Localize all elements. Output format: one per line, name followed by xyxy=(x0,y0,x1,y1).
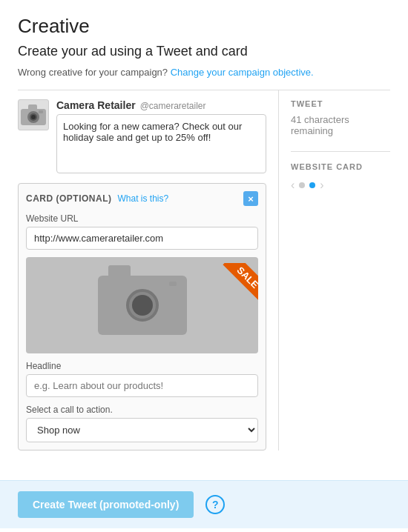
chars-remaining: 41 characters remaining xyxy=(291,114,390,136)
camera-shutter-icon xyxy=(169,282,177,286)
camera-lens-icon xyxy=(126,289,159,322)
headline-input[interactable] xyxy=(26,374,258,397)
wrong-creative-text: Wrong creative for your campaign? xyxy=(18,67,168,78)
card-next-arrow[interactable]: › xyxy=(320,179,323,192)
what-is-this-link[interactable]: What is this? xyxy=(118,193,169,204)
website-card-section: WEBSITE CARD ‹ › xyxy=(291,151,390,192)
website-card-label: WEBSITE CARD xyxy=(291,162,390,171)
tweet-panel-label: TWEET xyxy=(291,99,390,108)
svg-rect-5 xyxy=(39,110,43,113)
headline-label: Headline xyxy=(26,361,258,371)
card-section: CARD (optional) What is this? × Website … xyxy=(18,183,266,450)
change-objective-link[interactable]: Change your campaign objective. xyxy=(171,67,314,78)
tweet-box: Camera Retailer @cameraretailer xyxy=(18,99,266,176)
card-image-preview: SALE xyxy=(26,257,258,353)
help-icon[interactable]: ? xyxy=(205,495,225,514)
left-panel: Camera Retailer @cameraretailer CARD (op… xyxy=(18,90,279,450)
card-nav: ‹ › xyxy=(291,179,390,192)
cta-select[interactable]: Shop now Learn more Sign up Download Boo… xyxy=(26,418,258,442)
tweet-author-handle: @cameraretailer xyxy=(140,101,206,111)
svg-rect-1 xyxy=(28,104,37,110)
avatar xyxy=(18,99,49,130)
tweet-body: Camera Retailer @cameraretailer xyxy=(56,99,266,176)
tweet-text-input[interactable] xyxy=(56,114,266,173)
page-title: Creative xyxy=(18,15,390,38)
card-dot-2[interactable] xyxy=(309,182,315,188)
camera-lens-inner-icon xyxy=(132,295,153,316)
avatar-camera-icon xyxy=(21,104,46,125)
wrong-creative-row: Wrong creative for your campaign? Change… xyxy=(18,67,390,78)
card-dot-1[interactable] xyxy=(299,182,305,188)
svg-point-4 xyxy=(31,115,36,119)
page-container: Creative Create your ad using a Tweet an… xyxy=(0,0,408,465)
camera-top-icon xyxy=(108,265,131,276)
main-content: Camera Retailer @cameraretailer CARD (op… xyxy=(18,90,390,450)
card-label: CARD (optional) xyxy=(26,193,112,204)
tweet-author-name: Camera Retailer xyxy=(56,99,136,111)
website-url-input[interactable] xyxy=(26,227,258,250)
website-url-label: Website URL xyxy=(26,213,258,224)
sale-ribbon: SALE xyxy=(217,263,258,307)
sale-ribbon-text: SALE xyxy=(223,263,258,302)
card-header: CARD (optional) What is this? × xyxy=(26,191,258,206)
camera-body-icon xyxy=(98,276,187,335)
card-prev-arrow[interactable]: ‹ xyxy=(291,179,295,192)
tweet-author-line: Camera Retailer @cameraretailer xyxy=(56,99,266,111)
card-close-button[interactable]: × xyxy=(243,191,258,206)
page-subtitle: Create your ad using a Tweet and card xyxy=(18,44,390,59)
create-tweet-button[interactable]: Create Tweet (promoted-only) xyxy=(18,491,194,518)
right-panel: TWEET 41 characters remaining WEBSITE CA… xyxy=(279,90,390,450)
bottom-bar: Create Tweet (promoted-only) ? xyxy=(0,480,408,528)
cta-label: Select a call to action. xyxy=(26,405,258,415)
